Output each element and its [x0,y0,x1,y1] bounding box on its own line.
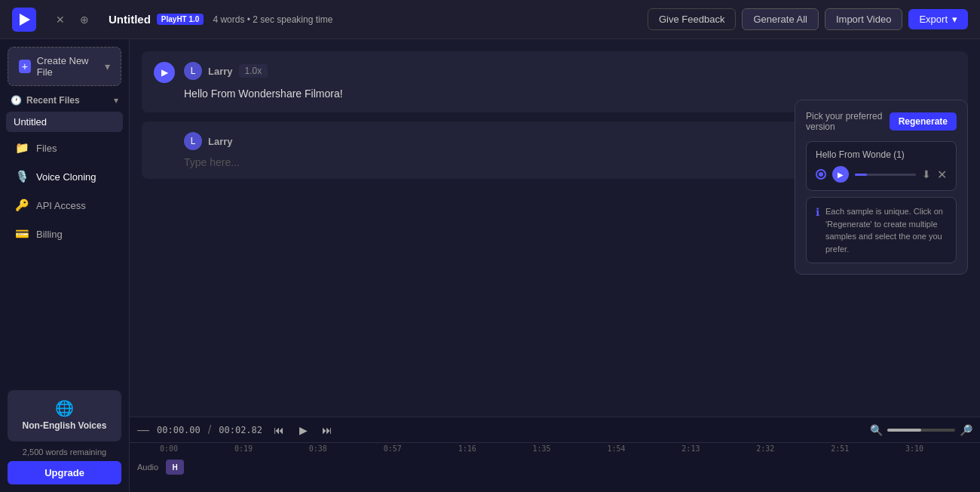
files-icon: 📁 [15,141,29,155]
voice-avatar-block1: L [184,62,202,80]
ruler-mark-9: 2:51 [831,444,905,453]
ruler-mark-8: 2:32 [756,444,831,453]
create-new-file-button[interactable]: + Create New File ▾ [8,47,121,86]
sidebar-api-label: API Access [36,200,86,211]
discord-icon[interactable]: ⊕ [75,11,93,29]
sidebar-item-billing[interactable]: 💳 Billing [5,221,124,247]
voice-cloning-icon: 🎙️ [15,170,29,183]
give-feedback-button[interactable]: Give Feedback [648,8,736,30]
block1-content: L Larry 1.0x Hello From Wondershare Film… [184,62,956,102]
version-action-icons: ⬇ [922,168,931,180]
ruler-mark-10: 3:10 [905,444,980,453]
export-button[interactable]: Export ▾ [908,9,968,29]
timeline-controls: ⏮ ▶ ⏭ [270,421,336,439]
create-chevron-icon: ▾ [105,60,110,72]
chevron-down-icon: ▾ [952,14,957,25]
regenerate-button[interactable]: Regenerate [890,112,957,131]
version-close-icon[interactable]: ✕ [937,168,947,182]
skip-forward-button[interactable]: ⏭ [318,421,336,439]
timeline-ruler: 0:00 0:19 0:38 0:57 1:16 1:35 1:54 2:13 … [160,443,980,453]
play-pause-button[interactable]: ▶ [294,421,312,439]
generate-all-button[interactable]: Generate All [742,8,819,30]
version-panel-title: Pick your preferred version [806,111,890,132]
audio-track-content[interactable]: H [160,457,980,478]
timeline-tracks: Audio H [130,453,980,481]
top-actions: Give Feedback Generate All Import Video … [648,8,968,30]
ruler-mark-3: 0:57 [384,444,458,453]
ruler-mark-6: 1:54 [607,444,681,453]
play-button-block1[interactable]: ▶ [154,62,175,83]
sidebar: + Create New File ▾ 🕐 Recent Files ▾ Unt… [0,39,130,492]
timeline-body: 0:00 0:19 0:38 0:57 1:16 1:35 1:54 2:13 … [130,443,980,453]
timeline-area: — 00:00.00 / 00:02.82 ⏮ ▶ ⏭ 🔍 🔎 [130,417,980,492]
timeline-right-area: 0:00 0:19 0:38 0:57 1:16 1:35 1:54 2:13 … [160,443,980,453]
zoom-in-icon[interactable]: 🔎 [960,424,972,436]
playht-logo-icon [12,8,36,32]
sidebar-item-voice-cloning[interactable]: 🎙️ Voice Cloning [5,164,124,189]
document-title: Untitled [109,13,151,26]
timeline-dash: — [137,423,149,437]
billing-icon: 💳 [15,227,29,241]
version-progress-fill [855,174,867,176]
speaking-time: • 2 sec speaking time [247,14,333,25]
track-segment-letter: H [172,463,177,472]
import-video-button[interactable]: Import Video [825,8,902,30]
ruler-mark-7: 2:13 [681,444,756,453]
non-english-icon: 🌐 [17,399,112,417]
version-info-box: ℹ Each sample is unique. Click on 'Regen… [806,197,957,263]
sidebar-item-files[interactable]: 📁 Files [5,135,124,161]
upgrade-button[interactable]: Upgrade [8,461,121,484]
timeline-left-spacer [130,443,160,453]
timeline-total-time: 00:02.82 [219,425,262,435]
voice-header-block1: L Larry 1.0x [184,62,956,80]
zoom-slider[interactable] [887,429,955,432]
recent-files-section[interactable]: 🕐 Recent Files ▾ [0,91,129,110]
version-play-button[interactable]: ▶ [832,166,849,183]
twitter-icon[interactable]: ✕ [51,11,69,29]
voice-avatar-block2: L [184,132,202,150]
version-controls: ▶ ⬇ ✕ [816,166,947,183]
timeline-current-time: 00:00.00 [157,425,201,435]
export-label: Export [919,14,948,25]
info-text: Each sample is unique. Click on 'Regener… [825,205,947,255]
info-icon: ℹ [816,206,819,218]
create-new-file-label: Create New File [37,55,99,78]
ruler-mark-1: 0:19 [234,444,309,453]
api-access-icon: 🔑 [15,198,29,212]
zoom-controls: 🔍 🔎 [870,424,972,436]
version-item-1: Hello From Wonde (1) ▶ ⬇ ✕ [806,141,957,191]
version-badge: PlayHT 1.0 [157,14,204,25]
title-area: Untitled PlayHT 1.0 [109,13,204,26]
sidebar-voice-cloning-label: Voice Cloning [36,171,96,183]
version-panel-header: Pick your preferred version Regenerate [806,111,957,132]
sidebar-active-file[interactable]: Untitled [6,112,123,132]
sidebar-files-label: Files [36,143,57,154]
words-count: 4 words [213,14,244,25]
voice-name-block2[interactable]: Larry [208,136,233,147]
main-layout: + Create New File ▾ 🕐 Recent Files ▾ Unt… [0,39,980,492]
top-bar: ✕ ⊕ Untitled PlayHT 1.0 4 words • 2 sec … [0,0,980,39]
zoom-out-icon[interactable]: 🔍 [870,424,883,436]
words-remaining: 2,500 words remaining [8,447,121,457]
non-english-voices-card[interactable]: 🌐 Non-English Voices [8,390,121,441]
audio-track-label: Audio [130,463,160,472]
plus-icon: + [19,60,31,73]
recent-files-label: 🕐 Recent Files [11,95,80,106]
content-area: ▶ L Larry 1.0x Hello From Wondershare Fi… [130,39,980,492]
version-progress-bar [855,174,916,176]
voice-speed-block1[interactable]: 1.0x [239,64,268,78]
version-panel: Pick your preferred version Regenerate H… [795,100,968,275]
logo-area: ✕ ⊕ [12,8,93,32]
download-icon[interactable]: ⬇ [922,168,931,180]
skip-back-button[interactable]: ⏮ [270,421,288,439]
recent-files-chevron-icon: ▾ [114,95,118,106]
editor-area: ▶ L Larry 1.0x Hello From Wondershare Fi… [130,39,980,417]
timeline-separator: / [208,423,211,437]
voice-name-block1[interactable]: Larry [208,66,233,77]
audio-track-segment: H [166,460,184,475]
ruler-mark-5: 1:35 [533,444,608,453]
non-english-title: Non-English Voices [17,420,112,432]
ruler-mark-4: 1:16 [458,444,533,453]
version-radio[interactable] [816,169,826,180]
sidebar-item-api-access[interactable]: 🔑 API Access [5,192,124,218]
